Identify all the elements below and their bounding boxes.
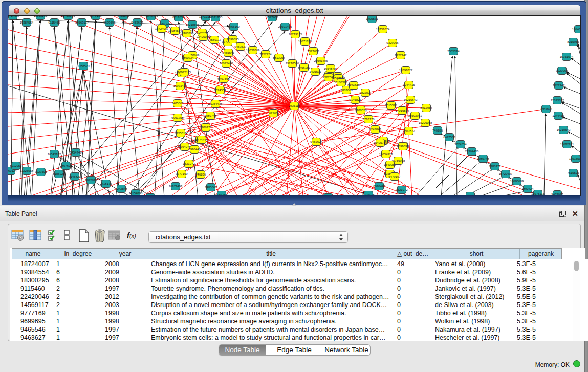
svg-text:7955812: 7955812 (175, 132, 187, 135)
svg-text:9327505: 9327505 (35, 170, 47, 173)
svg-text:7515526: 7515526 (385, 104, 397, 107)
svg-text:10688609: 10688609 (510, 180, 524, 183)
svg-text:1244415: 1244415 (403, 83, 415, 86)
svg-text:21364436: 21364436 (465, 150, 479, 153)
svg-text:1890724: 1890724 (521, 187, 534, 190)
svg-text:16154808: 16154808 (129, 192, 143, 195)
svg-text:9465546: 9465546 (117, 16, 129, 17)
svg-text:18300295: 18300295 (34, 16, 48, 17)
svg-text:1080748: 1080748 (477, 157, 489, 160)
svg-text:6479197: 6479197 (388, 175, 401, 178)
svg-text:19654923: 19654923 (379, 152, 393, 156)
svg-text:7986372: 7986372 (200, 126, 212, 129)
svg-text:13226058: 13226058 (419, 121, 432, 124)
svg-text:746206: 746206 (195, 173, 206, 176)
svg-text:9463627: 9463627 (310, 140, 322, 143)
svg-text:9474444: 9474444 (195, 138, 208, 141)
svg-text:18724007: 18724007 (8, 16, 20, 17)
svg-text:3824554: 3824554 (454, 143, 467, 146)
svg-text:2718176: 2718176 (362, 118, 375, 121)
svg-text:1405571: 1405571 (366, 17, 378, 20)
svg-text:18300295: 18300295 (180, 32, 194, 35)
svg-text:9227342: 9227342 (553, 84, 565, 87)
svg-text:14569117: 14569117 (75, 21, 89, 24)
svg-text:13226058: 13226058 (20, 169, 34, 172)
svg-text:7357224: 7357224 (259, 53, 272, 56)
svg-text:12093822: 12093822 (551, 99, 564, 102)
svg-text:12975115: 12975115 (531, 192, 545, 195)
svg-text:1405571: 1405571 (309, 70, 321, 73)
svg-text:9699695: 9699695 (397, 145, 409, 148)
svg-text:16648784: 16648784 (572, 28, 580, 31)
svg-text:746206: 746206 (432, 129, 443, 132)
svg-text:19384554: 19384554 (20, 21, 34, 24)
svg-text:1621072: 1621072 (183, 162, 195, 165)
svg-text:17016504: 17016504 (396, 109, 409, 112)
svg-text:9463627: 9463627 (234, 45, 247, 48)
svg-text:7986372: 7986372 (489, 165, 501, 168)
svg-text:8454749: 8454749 (70, 151, 82, 154)
svg-text:1621072: 1621072 (396, 188, 408, 191)
svg-text:6497568: 6497568 (443, 136, 455, 139)
svg-text:7485063: 7485063 (205, 186, 217, 189)
svg-text:20691406: 20691406 (314, 59, 328, 62)
svg-text:1388520: 1388520 (77, 64, 90, 68)
svg-text:9242848: 9242848 (369, 128, 381, 131)
svg-text:8813054: 8813054 (172, 16, 185, 19)
svg-text:16210643: 16210643 (404, 98, 418, 101)
svg-text:9777169: 9777169 (176, 172, 188, 176)
svg-text:9242848: 9242848 (115, 187, 127, 190)
svg-text:1890724: 1890724 (182, 56, 194, 59)
svg-text:9329966: 9329966 (386, 41, 399, 45)
svg-text:8215956: 8215956 (567, 40, 579, 43)
svg-text:1527602: 1527602 (266, 16, 278, 19)
svg-text:9465546: 9465546 (222, 51, 234, 54)
svg-text:2718176: 2718176 (100, 182, 112, 185)
svg-text:3824554: 3824554 (214, 89, 226, 92)
svg-text:15751074: 15751074 (376, 28, 390, 31)
svg-text:1244415: 1244415 (552, 114, 564, 117)
svg-text:16033809: 16033809 (246, 49, 260, 52)
svg-text:12093822: 12093822 (399, 69, 413, 72)
svg-text:16543382: 16543382 (48, 152, 61, 156)
svg-text:3822037: 3822037 (359, 91, 372, 94)
svg-text:10973493: 10973493 (169, 185, 183, 188)
svg-text:8454749: 8454749 (347, 84, 360, 87)
svg-text:6961758: 6961758 (171, 116, 184, 119)
svg-text:9115460: 9115460 (49, 21, 61, 24)
svg-text:2935114: 2935114 (289, 104, 301, 107)
svg-text:19218506: 19218506 (186, 23, 200, 26)
svg-text:18724007: 18724007 (155, 27, 169, 30)
svg-text:15692971: 15692971 (560, 143, 574, 146)
svg-text:8813054: 8813054 (273, 56, 285, 59)
svg-text:7515526: 7515526 (567, 171, 579, 174)
svg-text:21364436: 21364436 (209, 102, 223, 105)
svg-text:9699695: 9699695 (103, 21, 116, 24)
svg-text:2867608: 2867608 (60, 164, 72, 167)
svg-text:9699695: 9699695 (227, 38, 239, 41)
svg-text:8186328: 8186328 (335, 81, 347, 84)
svg-text:10973493: 10973493 (173, 84, 187, 87)
svg-text:16210643: 16210643 (557, 128, 571, 132)
svg-text:19218506: 19218506 (286, 62, 299, 65)
svg-text:16033809: 16033809 (144, 16, 158, 18)
svg-text:8990448: 8990448 (188, 148, 201, 151)
svg-text:3822037: 3822037 (85, 179, 97, 182)
svg-text:9329966: 9329966 (556, 69, 568, 72)
svg-text:9146821: 9146821 (69, 175, 81, 178)
svg-text:20691406: 20691406 (278, 25, 292, 28)
svg-text:7357224: 7357224 (159, 22, 171, 25)
svg-text:14569117: 14569117 (208, 38, 222, 41)
svg-text:15720407: 15720407 (499, 172, 513, 176)
svg-text:1080748: 1080748 (204, 114, 216, 117)
svg-text:1388520: 1388520 (355, 108, 367, 112)
svg-text:10671355: 10671355 (209, 16, 223, 19)
svg-text:7663822: 7663822 (403, 129, 415, 133)
svg-text:6466160: 6466160 (298, 66, 310, 69)
svg-text:22420046: 22420046 (61, 16, 75, 17)
svg-text:15495750: 15495750 (374, 141, 387, 144)
svg-text:12975115: 12975115 (178, 71, 191, 74)
svg-text:8990448: 8990448 (373, 185, 385, 188)
svg-text:16648784: 16648784 (324, 67, 338, 70)
svg-text:6497568: 6497568 (217, 77, 230, 80)
